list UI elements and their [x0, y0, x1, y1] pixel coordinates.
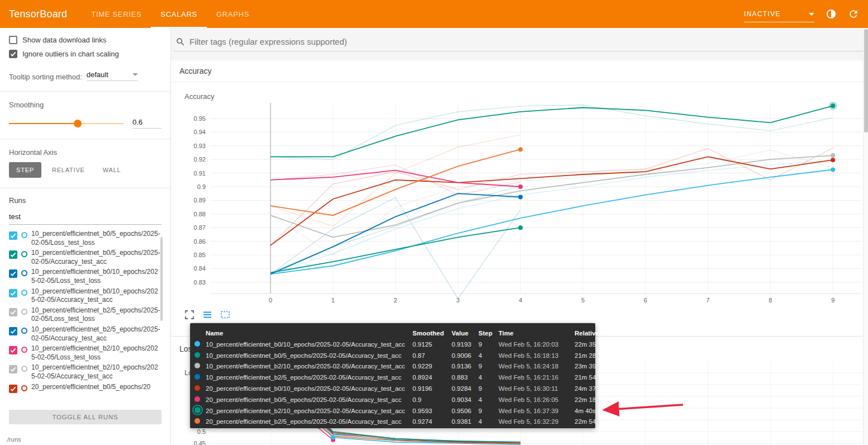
svg-text:6: 6 — [644, 297, 647, 304]
divider — [0, 139, 170, 139]
smoothing-label: Smoothing — [9, 101, 162, 109]
tab-time-series[interactable]: TIME SERIES — [82, 0, 151, 28]
run-color-radio[interactable] — [21, 251, 27, 257]
tab-scalars[interactable]: SCALARS — [151, 0, 207, 28]
tooltip-header-name: Name — [206, 330, 412, 337]
tooltip-sorting-select[interactable]: default — [87, 70, 138, 81]
axis-button-relative[interactable]: RELATIVE — [45, 162, 92, 178]
divider — [0, 188, 170, 188]
tooltip-row: 10_percent/efficientnet_b0/5_epochs/2025… — [195, 350, 591, 361]
run-color-radio[interactable] — [21, 232, 27, 238]
tooltip-sorting-value: default — [87, 70, 108, 79]
axis-button-wall[interactable]: WALL — [96, 162, 129, 178]
run-checkbox[interactable] — [9, 327, 17, 335]
tooltip-header-time: Time — [499, 330, 575, 337]
run-color-swatch — [195, 374, 200, 380]
run-color-radio[interactable] — [21, 309, 27, 315]
tooltip-row: 20_percent/efficientnet_b0/10_epochs/202… — [195, 383, 591, 394]
data-table-icon[interactable] — [202, 310, 212, 320]
svg-text:0.85: 0.85 — [194, 252, 206, 258]
run-color-radio[interactable] — [21, 347, 27, 353]
run-checkbox[interactable] — [9, 365, 17, 373]
scrollbar-thumb[interactable] — [864, 29, 868, 132]
run-list: 10_percent/efficientnet_b0/5_epochs/2025… — [9, 230, 162, 410]
runs-header: Runs — [9, 196, 162, 205]
run-label[interactable]: 10_percent/efficientnet_b2/10_epochs/202… — [31, 344, 162, 362]
run-color-swatch — [195, 418, 200, 424]
checkbox-unchecked-icon[interactable] — [9, 36, 17, 44]
svg-text:7: 7 — [706, 297, 710, 304]
run-row: 10_percent/efficientnet_b2/10_epochs/202… — [9, 363, 162, 381]
svg-text:9: 9 — [831, 297, 834, 304]
runs-filter-input[interactable]: test — [9, 210, 162, 225]
tooltip-header-row: Name Smoothed Value Step Time Relative — [195, 327, 591, 339]
run-checkbox[interactable] — [9, 250, 17, 259]
section-accuracy[interactable]: Accuracy — [171, 60, 863, 82]
tab-graphs[interactable]: GRAPHS — [207, 0, 259, 28]
run-list-scrollbar[interactable] — [160, 237, 163, 321]
run-color-swatch — [195, 352, 200, 358]
svg-text:0.5: 0.5 — [197, 428, 206, 435]
accuracy-chart[interactable]: 0.950.940.930.920.910.90.890.880.870.860… — [179, 101, 868, 313]
run-label[interactable]: 10_percent/efficientnet_b0/10_epochs/202… — [31, 287, 162, 305]
svg-text:0: 0 — [269, 297, 272, 304]
status-dropdown[interactable]: INACTIVE — [744, 10, 814, 22]
tooltip-row: 10_percent/efficientnet_b0/10_epochs/202… — [195, 339, 591, 350]
run-row: 10_percent/efficientnet_b0/10_epochs/202… — [9, 268, 162, 285]
run-checkbox[interactable] — [9, 308, 17, 316]
accuracy-group: Accuracy Accuracy 0.950.940.930.920.910.… — [171, 60, 863, 336]
slider-knob[interactable] — [74, 120, 82, 127]
run-label[interactable]: 10_percent/efficientnet_b2/10_epochs/202… — [31, 363, 162, 381]
run-color-radio[interactable] — [21, 366, 27, 372]
sidebar: Show data download links Ignore outliers… — [0, 28, 171, 445]
refresh-icon[interactable] — [848, 8, 859, 20]
tooltip-sorting-label: Tooltip sorting method: — [9, 73, 82, 81]
run-checkbox[interactable] — [9, 346, 17, 354]
page-scrollbar[interactable] — [863, 28, 868, 445]
svg-text:2: 2 — [394, 297, 397, 304]
svg-text:8: 8 — [769, 297, 772, 304]
svg-text:0.93: 0.93 — [194, 143, 206, 149]
run-color-radio[interactable] — [21, 290, 27, 296]
run-checkbox[interactable] — [9, 231, 17, 240]
section-accuracy-title: Accuracy — [179, 67, 212, 75]
run-label[interactable]: 10_percent/efficientnet_b0/5_epochs/2025… — [31, 249, 162, 266]
smoothing-row: 0.6 — [9, 118, 162, 129]
run-color-swatch — [195, 341, 200, 347]
fit-domain-icon[interactable] — [220, 310, 230, 320]
brightness-icon[interactable] — [826, 8, 837, 20]
filter-tags-input[interactable] — [189, 37, 863, 46]
app-header: TensorBoard TIME SERIESSCALARSGRAPHS INA… — [0, 0, 868, 28]
svg-text:0.86: 0.86 — [194, 238, 206, 245]
smoothing-value-input[interactable]: 0.6 — [132, 118, 162, 129]
run-checkbox[interactable] — [9, 269, 17, 278]
annotation-arrow-icon — [581, 391, 693, 419]
svg-text:1: 1 — [331, 297, 335, 304]
run-color-radio[interactable] — [21, 385, 27, 391]
run-color-swatch — [195, 407, 201, 413]
axis-buttons: STEPRELATIVEWALL — [9, 162, 162, 178]
run-checkbox[interactable] — [9, 289, 17, 297]
toggle-all-runs-button[interactable]: TOGGLE ALL RUNS — [9, 410, 162, 424]
run-checkbox[interactable] — [9, 385, 17, 393]
fit-data-icon[interactable] — [184, 310, 195, 320]
svg-text:0.87: 0.87 — [194, 224, 206, 231]
svg-text:0.9: 0.9 — [197, 183, 206, 190]
tooltip-row: 20_percent/efficientnet_b2/5_epochs/2025… — [195, 416, 591, 428]
smoothing-slider[interactable] — [9, 120, 124, 127]
run-label[interactable]: 10_percent/efficientnet_b0/5_epochs/2025… — [31, 230, 162, 247]
run-label[interactable]: 10_percent/efficientnet_b0/10_epochs/202… — [31, 268, 162, 285]
run-label[interactable]: 10_percent/efficientnet_b2/5_epochs/2025… — [31, 325, 162, 343]
run-label[interactable]: 20_percent/efficientnet_b0/5_epochs/20 — [31, 383, 150, 392]
axis-button-step[interactable]: STEP — [9, 162, 41, 178]
show-download-links-row[interactable]: Show data download links — [9, 36, 162, 44]
run-color-radio[interactable] — [21, 270, 27, 276]
checkbox-checked-icon[interactable] — [9, 50, 17, 58]
chart-tooltip: Name Smoothed Value Step Time Relative 1… — [190, 323, 595, 428]
tooltip-rows: 10_percent/efficientnet_b0/10_epochs/202… — [195, 339, 591, 427]
divider — [0, 91, 170, 92]
run-label[interactable]: 10_percent/efficientnet_b2/5_epochs/2025… — [31, 306, 162, 324]
run-row: 20_percent/efficientnet_b0/5_epochs/20 — [9, 383, 162, 393]
run-color-radio[interactable] — [21, 328, 27, 334]
ignore-outliers-row[interactable]: Ignore outliers in chart scaling — [9, 50, 162, 58]
